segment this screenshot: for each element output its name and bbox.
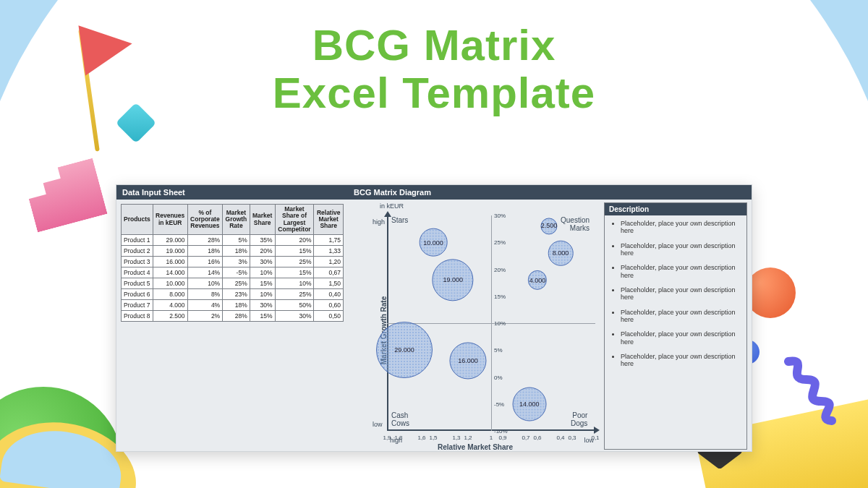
y-tick: -5% xyxy=(494,401,504,407)
table-cell: 35% xyxy=(250,235,275,246)
data-input-table: ProductsRevenues in kEUR% of Corporate R… xyxy=(121,204,344,322)
chart-bubble: 16.000 xyxy=(449,343,486,380)
table-header: Relative Market Share xyxy=(314,205,344,235)
bcg-diagram-panel: BCG Matrix Diagram in kEUR Market Growth… xyxy=(348,185,752,451)
table-cell: 23% xyxy=(223,289,250,300)
horizontal-midline xyxy=(387,323,595,324)
title-line-2: Excel Template xyxy=(0,69,868,117)
table-cell: 15% xyxy=(250,311,275,322)
y-tick: 0% xyxy=(494,374,503,380)
x-axis-label: Relative Market Share xyxy=(438,443,513,451)
table-cell: Product 6 xyxy=(122,289,153,300)
table-cell: 19.000 xyxy=(153,246,187,257)
chart-plot-area: 1,91,81,61,51,31,210,90,70,60,40,30,1-10… xyxy=(387,215,595,431)
table-cell: 25% xyxy=(275,289,314,300)
x-tick: 0,1 xyxy=(591,435,599,441)
table-cell: 10% xyxy=(250,267,275,278)
description-header: Description xyxy=(605,203,746,215)
x-tick: 1,6 xyxy=(417,435,425,441)
description-item: Placeholder, place your own description … xyxy=(621,264,739,279)
table-cell: Product 1 xyxy=(122,235,153,246)
y-tick: 25% xyxy=(494,239,506,246)
page-title: BCG Matrix Excel Template xyxy=(0,22,868,117)
table-cell: 10% xyxy=(275,278,314,289)
table-cell: 50% xyxy=(275,300,314,311)
table-cell: 30% xyxy=(275,311,314,322)
table-cell: 28% xyxy=(223,311,250,322)
chart-unit-label: in kEUR xyxy=(352,202,598,210)
title-line-1: BCG Matrix xyxy=(0,22,868,69)
table-cell: 25% xyxy=(275,257,314,267)
table-cell: Product 5 xyxy=(122,278,153,289)
x-tick: 0,7 xyxy=(522,435,529,441)
table-cell: 10% xyxy=(187,278,223,289)
table-row: Product 129.00028%5%35%20%1,75 xyxy=(122,235,344,246)
table-row: Product 74.0004%18%30%50%0,60 xyxy=(122,300,344,311)
y-tick: -10% xyxy=(494,428,508,435)
quadrant-label: CashCows xyxy=(391,412,409,427)
table-cell: 4% xyxy=(187,300,223,311)
y-tick: 5% xyxy=(494,347,503,354)
data-input-panel: Data Input Sheet ProductsRevenues in kEU… xyxy=(116,185,348,451)
table-cell: 20% xyxy=(250,246,275,257)
table-cell: 3% xyxy=(223,257,250,267)
x-tick: 1,2 xyxy=(464,435,472,441)
chart-bubble: 2.500 xyxy=(540,218,557,234)
y-tick: 30% xyxy=(494,213,506,219)
table-header: Market Growth Rate xyxy=(223,205,250,235)
data-input-header: Data Input Sheet xyxy=(116,185,348,200)
bcg-diagram-header: BCG Matrix Diagram xyxy=(348,185,752,200)
table-cell: 18% xyxy=(223,300,250,311)
table-header: Market Share of Largest Competitor xyxy=(275,205,314,235)
description-item: Placeholder, place your own description … xyxy=(621,220,739,235)
x-tick: 0,9 xyxy=(498,435,506,441)
table-cell: 0,60 xyxy=(314,300,344,311)
table-cell: 16% xyxy=(187,257,223,267)
table-cell: 1,75 xyxy=(314,235,344,246)
table-row: Product 510.00010%25%15%10%1,50 xyxy=(122,278,344,289)
x-tick: 1,3 xyxy=(452,435,460,441)
table-header: % of Corporate Revenues xyxy=(187,205,223,235)
table-cell: Product 7 xyxy=(122,300,153,311)
chart-bubble: 4.000 xyxy=(528,270,547,289)
squiggle-decoration xyxy=(781,354,839,427)
description-item: Placeholder, place your own description … xyxy=(621,353,739,368)
table-row: Product 316.00016%3%30%25%1,20 xyxy=(122,257,344,267)
y-tick: 10% xyxy=(494,320,506,327)
description-box: Description Placeholder, place your own … xyxy=(604,202,747,450)
table-cell: 0,50 xyxy=(314,311,344,322)
chart-bubble: 10.000 xyxy=(420,228,448,257)
description-item: Placeholder, place your own description … xyxy=(621,330,739,346)
table-cell: 2.500 xyxy=(153,311,187,322)
y-low-label: low xyxy=(373,421,383,428)
description-list: Placeholder, place your own description … xyxy=(605,215,746,380)
y-tick: 15% xyxy=(494,293,506,299)
table-cell: 10% xyxy=(250,289,275,300)
table-cell: 18% xyxy=(223,246,250,257)
orange-ball-decoration xyxy=(745,267,796,318)
table-cell: Product 8 xyxy=(122,311,153,322)
table-cell: 10.000 xyxy=(153,278,187,289)
table-cell: 14% xyxy=(187,267,223,278)
table-cell: 8% xyxy=(187,289,223,300)
table-cell: 2% xyxy=(187,311,223,322)
x-tick: 1 xyxy=(490,435,493,441)
table-cell: 15% xyxy=(275,267,314,278)
table-cell: 5% xyxy=(223,235,250,246)
table-cell: 15% xyxy=(275,246,314,257)
table-row: Product 219.00018%18%20%15%1,33 xyxy=(122,246,344,257)
description-item: Placeholder, place your own description … xyxy=(621,309,739,324)
table-cell: 30% xyxy=(250,257,275,267)
table-header: Market Share xyxy=(250,205,275,235)
table-cell: 0,67 xyxy=(314,267,344,278)
table-cell: 1,33 xyxy=(314,246,344,257)
table-row: Product 414.00014%-5%10%15%0,67 xyxy=(122,267,344,278)
description-item: Placeholder, place your own description … xyxy=(621,242,739,257)
table-header: Products xyxy=(122,205,153,235)
table-cell: 28% xyxy=(187,235,223,246)
y-high-label: high xyxy=(373,218,385,226)
chart-bubble: 14.000 xyxy=(512,387,546,421)
table-cell: 18% xyxy=(187,246,223,257)
x-tick: 1,5 xyxy=(429,435,437,441)
chart-bubble: 19.000 xyxy=(433,260,474,301)
